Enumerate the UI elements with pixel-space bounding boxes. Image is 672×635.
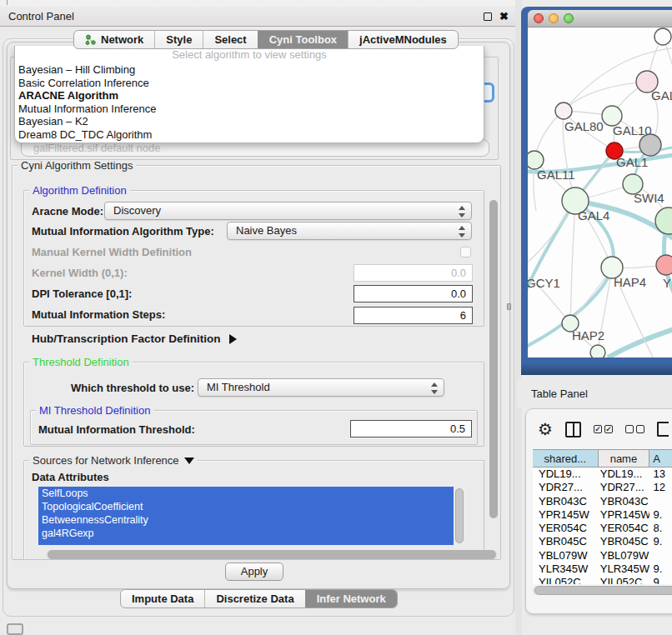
settings-vertical-scrollbar[interactable]	[489, 167, 499, 557]
node-label: HAP4	[614, 275, 646, 289]
algorithm-option[interactable]: Basic Correlation Inference	[15, 77, 484, 90]
control-panel-titlebar: Control Panel ✖	[0, 7, 517, 27]
sources-title-text: Sources for Network Inference	[33, 454, 179, 467]
table-icon[interactable]	[657, 422, 669, 437]
column-header[interactable]: name	[599, 450, 650, 467]
table-cell: YBR043C	[599, 495, 650, 508]
node[interactable]	[639, 134, 661, 156]
apply-button[interactable]: Apply	[225, 562, 283, 581]
table-row[interactable]: YLR345WYLR345W9.	[533, 562, 672, 576]
tab-label: Network	[101, 33, 143, 46]
hub-tf-definition-toggle[interactable]: Hub/Transcription Factor Definition	[32, 332, 237, 345]
manual-kernel-checkbox[interactable]	[460, 247, 471, 258]
close-light[interactable]	[534, 13, 544, 23]
dpi-tolerance-label: DPI Tolerance [0,1]:	[32, 288, 132, 300]
select-all-icon[interactable]: ✓✓	[594, 425, 613, 433]
tab-select[interactable]: Select	[203, 31, 257, 48]
algorithm-option[interactable]: Dream8 DC_TDC Algorithm	[15, 128, 484, 142]
attribute-item[interactable]: BetweennessCentrality	[38, 513, 454, 527]
settings-horizontal-scrollbar-thumb[interactable]	[48, 550, 496, 559]
node[interactable]	[654, 28, 671, 45]
table-row[interactable]: YDR27...YDR27...12	[533, 481, 672, 494]
column-header[interactable]: shared...	[533, 450, 599, 467]
table-body: YDL19...YDL19...13YDR27...YDR27...12YBR0…	[533, 468, 672, 584]
close-icon[interactable]: ✖	[499, 10, 509, 22]
tab-infer-network[interactable]: Infer Network	[305, 590, 397, 608]
kernel-width-label: Kernel Width (0,1):	[32, 267, 128, 279]
column-header[interactable]: A	[649, 450, 672, 467]
stepper-arrows-icon	[459, 225, 465, 238]
node-label: Y	[663, 276, 671, 290]
table-row[interactable]: YBL079WYBL079W	[533, 549, 672, 562]
table-row[interactable]: YBR043CYBR043C	[533, 495, 672, 508]
deselect-all-icon[interactable]	[625, 425, 644, 433]
table-horizontal-scrollbar-thumb[interactable]	[534, 586, 672, 595]
tab-network[interactable]: Network	[74, 31, 154, 48]
data-attributes-list[interactable]: SelfLoopsTopologicalCoefficientBetweenne…	[38, 487, 465, 545]
algorithm-option[interactable]: Bayesian – K2	[15, 115, 484, 128]
node-table: shared...nameA YDL19...YDL19...13YDR27..…	[533, 449, 672, 584]
mi-steps-field[interactable]: 6	[354, 307, 473, 324]
tab-label: Select	[214, 33, 246, 46]
table-row[interactable]: YPR145WYPR145W9.	[533, 508, 672, 522]
tab-discretize-data[interactable]: Discretize Data	[204, 590, 304, 608]
dock-panel-icon[interactable]	[7, 623, 23, 635]
node-gal80[interactable]	[555, 102, 572, 119]
node-label: GAL80	[564, 119, 604, 133]
dpi-tolerance-field[interactable]: 0.0	[354, 285, 473, 302]
tab-style[interactable]: Style	[154, 31, 203, 48]
float-icon[interactable]	[484, 12, 492, 21]
table-row[interactable]: YBR045CYBR045C9.	[533, 535, 672, 548]
tab-jactivemnodules[interactable]: jActiveMNodules	[348, 31, 458, 48]
top-tick	[7, 0, 8, 5]
table-panel-title: Table Panel	[531, 388, 588, 400]
attributes-scrollbar[interactable]	[455, 488, 464, 543]
table-cell: YER054C	[533, 522, 599, 535]
table-row[interactable]: YDL19...YDL19...13	[533, 468, 672, 481]
tab-cyni-toolbox[interactable]: Cyni Toolbox	[258, 31, 348, 48]
node-label: SWI4	[634, 191, 664, 205]
aracne-mode-combo[interactable]: Discovery	[104, 202, 472, 220]
network-canvas[interactable]: GALGAL80GAL10GAL1GAL11SWI4GAL4GCY1HAP4YH…	[528, 28, 672, 358]
tab-impute-data[interactable]: Impute Data	[121, 590, 204, 608]
attribute-item[interactable]: SelfLoops	[38, 487, 454, 500]
node-gal11[interactable]	[528, 151, 544, 169]
gray-edge[interactable]	[564, 82, 647, 111]
algorithm-option[interactable]: Bayesian – Hill Climbing	[15, 63, 484, 77]
node[interactable]	[590, 345, 605, 358]
minimize-light[interactable]	[549, 13, 559, 23]
attribute-item[interactable]	[38, 540, 454, 545]
tab-label: jActiveMNodules	[359, 33, 447, 46]
mi-type-combo[interactable]: Naive Bayes	[227, 222, 472, 240]
zoom-light[interactable]	[564, 13, 574, 23]
split-pane-handle[interactable]	[507, 303, 511, 310]
table-horizontal-scrollbar[interactable]	[533, 586, 672, 595]
data-attributes-label: Data Attributes	[32, 471, 109, 483]
mi-threshold-field[interactable]: 0.5	[350, 420, 472, 438]
settings-horizontal-scrollbar[interactable]	[46, 550, 498, 559]
which-threshold-combo[interactable]: MI Threshold	[198, 378, 444, 397]
which-threshold-value: MI Threshold	[207, 381, 270, 393]
table-cell: YBL079W	[599, 549, 650, 562]
aracne-mode-label: Aracne Mode:	[32, 205, 103, 218]
table-cell: YPR145W	[533, 508, 599, 522]
panel-title: Control Panel	[0, 10, 74, 22]
attribute-item[interactable]: TopologicalCoefficient	[38, 500, 454, 513]
algorithm-option[interactable]: Mutual Information Inference	[15, 102, 484, 116]
attributes-scrollbar-thumb[interactable]	[455, 488, 464, 543]
teal-edge[interactable]	[608, 328, 672, 358]
kernel-width-field[interactable]: 0.0	[354, 264, 473, 282]
table-cell: YLR345W	[533, 562, 599, 576]
tab-label: Cyni Toolbox	[269, 33, 337, 46]
sources-group-title[interactable]: Sources for Network Inference	[29, 454, 198, 467]
table-row[interactable]: YER054CYER054C8.	[533, 522, 672, 535]
gray-edge[interactable]	[570, 201, 575, 323]
attribute-item[interactable]: gal4RGexp	[38, 527, 454, 540]
mi-type-value: Naive Bayes	[236, 224, 297, 237]
gear-icon[interactable]: ⚙	[538, 421, 553, 438]
columns-icon[interactable]	[565, 422, 581, 438]
node-y[interactable]	[656, 255, 672, 275]
algorithm-option[interactable]: ARACNE Algorithm	[15, 89, 484, 102]
settings-vertical-scrollbar-thumb[interactable]	[489, 200, 498, 518]
table-row[interactable]: YIL052CYIL052C9	[533, 576, 672, 584]
